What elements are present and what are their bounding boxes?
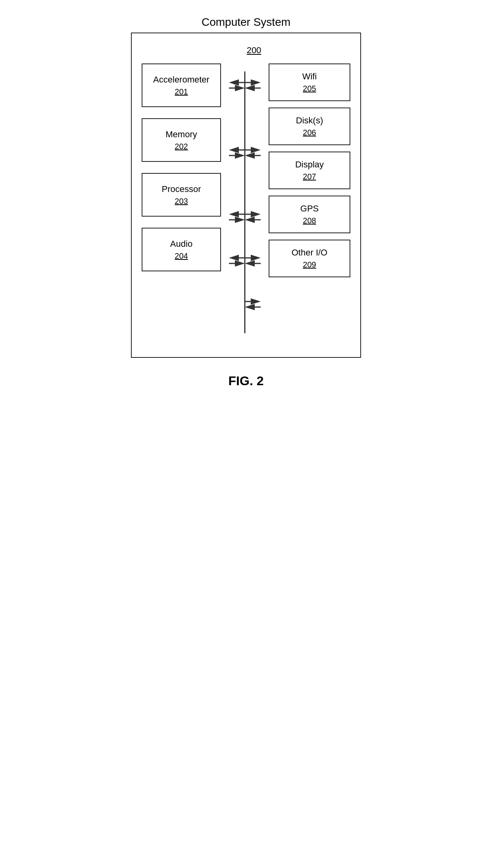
processor-ref: 203	[175, 197, 188, 206]
peripheral-box-disk: Disk(s) 206	[269, 108, 350, 145]
other-io-label: Other I/O	[292, 248, 327, 258]
svg-marker-20	[251, 211, 261, 217]
gps-label: GPS	[300, 204, 319, 214]
svg-marker-30	[245, 260, 255, 267]
svg-marker-24	[229, 255, 239, 261]
processor-label: Processor	[161, 184, 201, 194]
arrow-disk-right	[245, 147, 261, 159]
left-column: Accelerometer 201 Memory 202 Processor 2…	[142, 63, 221, 341]
outer-box: 200 Accelerometer 201 Memory 202 Process…	[131, 33, 361, 358]
svg-marker-22	[245, 217, 255, 223]
arrow-audio-left	[229, 255, 245, 267]
arrow-display-right	[245, 211, 261, 223]
audio-ref: 204	[175, 252, 188, 261]
svg-marker-0	[229, 79, 239, 86]
svg-marker-16	[229, 211, 239, 217]
svg-marker-2	[235, 85, 245, 91]
wifi-label: Wifi	[302, 71, 317, 82]
arrow-other-io-right	[245, 298, 261, 310]
svg-marker-34	[245, 304, 255, 310]
accelerometer-label: Accelerometer	[153, 75, 209, 85]
svg-marker-18	[235, 217, 245, 223]
svg-marker-12	[251, 147, 261, 153]
diagram-inner: Accelerometer 201 Memory 202 Processor 2…	[142, 63, 350, 341]
disk-label: Disk(s)	[296, 115, 323, 126]
svg-marker-4	[251, 79, 261, 86]
bus-arrows-svg	[221, 63, 269, 333]
fig-caption: FIG. 2	[229, 374, 264, 388]
peripheral-box-wifi: Wifi 205	[269, 63, 350, 101]
svg-marker-6	[245, 85, 255, 91]
svg-marker-28	[251, 255, 261, 261]
peripheral-box-other-io: Other I/O 209	[269, 240, 350, 277]
arrow-accelerometer-left	[229, 79, 245, 91]
wifi-ref: 205	[303, 84, 316, 93]
arrow-memory-left	[229, 147, 245, 159]
svg-marker-8	[229, 147, 239, 153]
memory-label: Memory	[165, 129, 197, 140]
svg-marker-32	[251, 298, 261, 305]
disk-ref: 206	[303, 128, 316, 137]
component-box-accelerometer: Accelerometer 201	[142, 63, 221, 107]
full-diagram: Accelerometer 201 Memory 202 Processor 2…	[142, 63, 350, 341]
svg-marker-10	[235, 152, 245, 159]
display-label: Display	[295, 159, 324, 170]
arrow-processor-left	[229, 211, 245, 223]
diagram-ref-number: 200	[158, 45, 350, 56]
component-box-memory: Memory 202	[142, 118, 221, 162]
audio-label: Audio	[170, 239, 192, 249]
gps-ref: 208	[303, 216, 316, 225]
svg-marker-14	[245, 152, 255, 159]
page-wrapper: Computer System 200 Accelerometer 201 Me…	[123, 16, 369, 388]
memory-ref: 202	[175, 142, 188, 151]
other-io-ref: 209	[303, 260, 316, 269]
peripheral-box-display: Display 207	[269, 152, 350, 189]
display-ref: 207	[303, 172, 316, 181]
center-bus-column	[221, 63, 269, 341]
component-box-processor: Processor 203	[142, 173, 221, 217]
accelerometer-ref: 201	[175, 87, 188, 96]
peripheral-box-gps: GPS 208	[269, 196, 350, 233]
right-column: Wifi 205 Disk(s) 206 Display 207 GPS 208	[269, 63, 350, 341]
diagram-title: Computer System	[202, 16, 290, 29]
component-box-audio: Audio 204	[142, 228, 221, 271]
svg-marker-26	[235, 260, 245, 267]
arrow-wifi-right	[245, 79, 261, 91]
arrow-gps-right	[245, 255, 261, 267]
